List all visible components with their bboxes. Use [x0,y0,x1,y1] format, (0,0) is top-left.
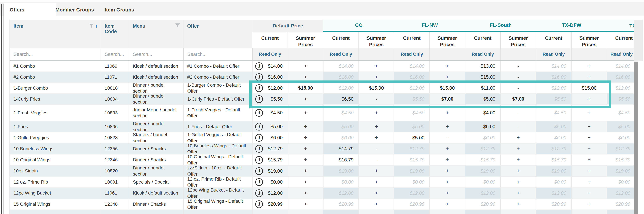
price-cell-summer-fl_nw[interactable]: + [430,177,465,187]
add-price-button[interactable]: + [446,63,449,69]
add-price-button[interactable]: + [588,134,591,141]
add-price-button[interactable]: + [375,190,378,196]
info-icon[interactable]: i [255,145,263,153]
price-cell-summer-fl_nw[interactable]: + [430,61,465,71]
add-price-button[interactable]: + [446,74,449,80]
remove-price-button[interactable]: - [518,85,519,91]
add-price-button[interactable]: + [517,168,520,174]
price-cell-summer-default[interactable]: + [288,132,324,143]
add-price-button[interactable]: + [588,63,591,69]
price-cell-summer-co[interactable]: + [359,177,394,187]
add-price-button[interactable]: + [446,201,449,208]
info-icon[interactable]: i [255,73,263,81]
search-input-item_code[interactable] [101,51,129,57]
add-price-button[interactable]: + [446,157,449,163]
remove-price-button[interactable]: - [518,123,519,130]
info-icon[interactable]: i [255,62,263,70]
price-cell-summer-fl_nw[interactable]: + [430,155,465,165]
price-cell-summer-co[interactable]: - [359,144,394,154]
info-icon[interactable]: i [255,134,263,142]
info-icon[interactable]: i [255,189,263,197]
add-price-button[interactable]: + [304,168,307,174]
info-icon[interactable]: i [255,200,263,208]
info-icon[interactable]: i [255,95,263,103]
info-icon[interactable]: i [255,84,263,92]
price-cell-summer-default[interactable]: + [288,188,324,199]
price-cell-summer-fl_nw[interactable]: + [430,144,465,154]
price-cell-summer-co[interactable]: + [359,72,394,82]
add-price-button[interactable]: + [446,146,449,152]
column-header-item_code[interactable]: Item Code [101,20,129,48]
price-cell-summer-fl_nw[interactable]: + [430,72,465,82]
info-icon[interactable]: i [255,109,263,117]
search-input-item[interactable] [10,51,101,57]
remove-price-button[interactable]: - [518,74,519,80]
add-price-button[interactable]: + [588,74,591,80]
price-cell-summer-fl_south[interactable]: + [501,177,536,187]
price-cell-summer-tx_dfw[interactable]: + [572,199,607,210]
info-icon[interactable]: i [255,123,263,131]
summer-price-value[interactable]: $15.00 [440,85,455,91]
price-cell-summer-tx_dfw[interactable]: + [572,121,607,132]
add-price-button[interactable]: + [375,179,378,185]
add-price-button[interactable]: + [304,157,307,163]
price-cell-summer-fl_south[interactable]: - [501,72,536,82]
add-price-button[interactable]: + [588,168,591,174]
add-price-button[interactable]: + [517,190,520,196]
filter-icon[interactable] [89,23,94,28]
price-cell-summer-default[interactable]: + [288,144,324,154]
sort-asc-icon[interactable]: ↑ [95,23,98,28]
add-price-button[interactable]: + [375,110,378,116]
summer-price-value[interactable]: $15.00 [369,85,384,91]
info-icon[interactable]: i [255,178,263,186]
vertical-scrollbar-thumb[interactable] [634,62,638,214]
add-price-button[interactable]: + [588,123,591,130]
summer-price-value[interactable]: $15.00 [298,85,313,91]
price-cell-summer-co[interactable]: + [359,105,394,121]
add-price-button[interactable]: + [517,179,520,185]
price-cell-summer-tx_dfw[interactable]: + [572,61,607,71]
price-cell-summer-fl_nw[interactable]: $15.00 [430,83,465,93]
add-price-button[interactable]: + [375,123,378,130]
add-price-button[interactable]: + [446,179,449,185]
add-price-button[interactable]: + [304,190,307,196]
price-cell-summer-co[interactable]: + [359,188,394,199]
price-cell-summer-fl_nw[interactable]: $7.00 [430,94,465,104]
add-price-button[interactable]: + [446,110,449,116]
price-cell-summer-fl_south[interactable]: - [501,121,536,132]
add-price-button[interactable]: + [304,110,307,116]
add-price-button[interactable]: + [375,74,378,80]
price-cell-summer-fl_nw[interactable]: + [430,121,465,132]
price-cell-summer-fl_south[interactable]: - [501,61,536,71]
price-cell-summer-co[interactable]: + [359,61,394,71]
add-price-button[interactable]: + [375,168,378,174]
price-cell-summer-co[interactable]: - [359,94,394,104]
price-cell-summer-fl_nw[interactable]: + [430,166,465,177]
add-price-button[interactable]: + [446,190,449,196]
price-cell-summer-fl_nw[interactable]: + [430,199,465,210]
column-header-menu[interactable]: Menu [129,20,184,48]
search-input-menu[interactable] [129,51,183,57]
price-cell-summer-default[interactable]: + [288,61,324,71]
price-cell-summer-tx_dfw[interactable]: + [572,155,607,165]
column-header-offer[interactable]: Offer [184,20,252,48]
price-cell-summer-default[interactable]: + [288,72,324,82]
add-price-button[interactable]: + [375,134,378,141]
tab-offers-label[interactable]: Offers [10,7,24,13]
column-header-item[interactable]: Item↑ [10,20,101,48]
price-cell-summer-co[interactable]: + [359,132,394,143]
add-price-button[interactable]: + [304,74,307,80]
add-price-button[interactable]: + [588,146,591,152]
add-price-button[interactable]: + [304,96,307,102]
price-cell-summer-default[interactable]: + [288,199,324,210]
add-price-button[interactable]: + [588,96,591,102]
price-cell-summer-fl_south[interactable]: + [501,166,536,177]
search-input-offer[interactable] [184,51,252,57]
add-price-button[interactable]: + [588,157,591,163]
price-cell-summer-fl_south[interactable]: + [501,188,536,199]
info-icon[interactable]: i [255,167,263,175]
price-cell-summer-tx_dfw[interactable]: + [572,166,607,177]
add-price-button[interactable]: + [304,123,307,130]
price-cell-summer-fl_nw[interactable]: + [430,188,465,199]
price-cell-summer-co[interactable]: $15.00 [359,83,394,93]
